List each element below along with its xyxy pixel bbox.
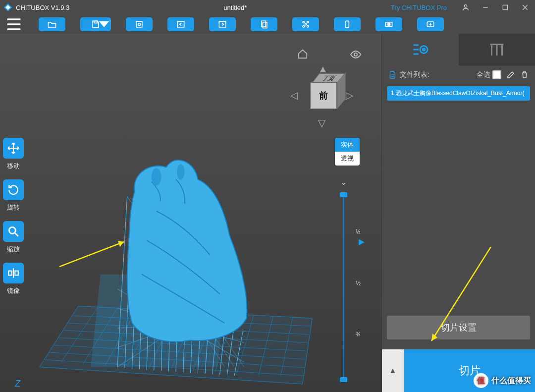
- copy-button[interactable]: [251, 17, 277, 31]
- svg-point-22: [305, 23, 306, 25]
- view-cube[interactable]: 丁页 前: [307, 79, 339, 111]
- supports-tab[interactable]: [459, 34, 535, 65]
- move-tool[interactable]: [3, 138, 24, 159]
- document-title: untitled*: [79, 4, 391, 11]
- svg-rect-10: [94, 21, 98, 23]
- main-toolbar: [0, 15, 535, 34]
- try-pro-link[interactable]: Try CHITUBOX Pro: [391, 4, 447, 11]
- svg-point-19: [307, 21, 309, 23]
- select-all-label: 全选: [477, 70, 490, 79]
- slider-collapse-icon[interactable]: ⌄: [336, 177, 351, 187]
- svg-rect-15: [219, 21, 225, 27]
- side-tabs: [382, 34, 535, 65]
- edit-list-icon[interactable]: [506, 70, 515, 79]
- visibility-icon[interactable]: [350, 49, 362, 62]
- slider-bottom-handle[interactable]: [340, 377, 347, 382]
- slider-tick-3: ¾: [356, 331, 361, 338]
- svg-point-13: [138, 23, 141, 26]
- watermark-badge: 值: [474, 373, 488, 388]
- slider-expand-icon[interactable]: ▶: [359, 237, 365, 246]
- slider-top-handle[interactable]: [340, 192, 347, 197]
- viewport-3d[interactable]: 移动 旋转 缩放 镜像 ▲ ▽ ◁ ▷ 丁页 前 实体 透视: [0, 34, 381, 392]
- svg-point-2: [464, 5, 467, 7]
- home-view-icon[interactable]: [297, 49, 308, 61]
- svg-point-21: [307, 26, 309, 27]
- svg-point-34: [354, 53, 357, 56]
- file-list-icon: [388, 70, 397, 79]
- file-item-1[interactable]: 1.恐龙武士胸像BlessedClawOfZiskal_Bust_Armor(: [387, 86, 530, 101]
- rotate-tool[interactable]: [3, 179, 24, 200]
- delete-icon[interactable]: [520, 70, 529, 79]
- rotate-label: 旋转: [7, 203, 20, 212]
- side-panel: 文件列表: 全选 1.恐龙武士胸像BlessedClawOfZiskal_Bus…: [381, 34, 535, 392]
- xray-mode-button[interactable]: 透视: [335, 152, 360, 166]
- orbit-right-icon[interactable]: ▷: [346, 89, 353, 101]
- mirror-label: 镜像: [7, 286, 20, 295]
- slice-settings-button[interactable]: 切片设置: [387, 316, 530, 339]
- slider-track[interactable]: [343, 192, 344, 377]
- mirror-tool[interactable]: [3, 263, 24, 283]
- svg-point-84: [423, 49, 426, 51]
- auto-layout-button[interactable]: [292, 17, 319, 31]
- watermark: 值 什么值得买: [474, 373, 531, 388]
- slice-more-button[interactable]: ▲: [382, 349, 404, 392]
- svg-point-77: [177, 164, 185, 179]
- account-icon[interactable]: [456, 0, 476, 15]
- transform-tools: 移动 旋转 缩放 镜像: [3, 138, 24, 301]
- scale-label: 缩放: [7, 245, 20, 254]
- slider-tick-2: ½: [356, 280, 361, 287]
- settings-tab[interactable]: [382, 34, 459, 65]
- maximize-button[interactable]: [495, 0, 515, 15]
- select-all-checkbox[interactable]: [492, 70, 501, 79]
- file-list-header: 文件列表: 全选: [382, 65, 535, 84]
- undo-button[interactable]: [167, 17, 194, 31]
- svg-rect-14: [177, 21, 184, 27]
- axis-z-label: Z: [15, 379, 20, 389]
- model-render: [30, 113, 322, 387]
- select-all-button[interactable]: 全选: [477, 70, 501, 79]
- save-file-button[interactable]: [80, 17, 111, 31]
- watermark-text: 什么值得买: [491, 376, 531, 386]
- svg-rect-4: [503, 5, 507, 9]
- app-logo-icon: [3, 2, 13, 12]
- svg-rect-33: [15, 271, 18, 276]
- app-name: CHITUBOX V1.9.3: [16, 4, 69, 11]
- title-bar: CHITUBOX V1.9.3 untitled* Try CHITUBOX P…: [0, 0, 535, 15]
- hamburger-menu-icon[interactable]: [4, 17, 24, 32]
- close-button[interactable]: [515, 0, 535, 15]
- layer-slider: ⌄ ¼ ½ ¾ ▶: [336, 177, 351, 382]
- svg-marker-11: [99, 21, 109, 27]
- cube-front-face[interactable]: 前: [310, 82, 337, 109]
- redo-button[interactable]: [209, 17, 236, 31]
- solid-mode-button[interactable]: 实体: [335, 138, 360, 152]
- main-area: 移动 旋转 缩放 镜像 ▲ ▽ ◁ ▷ 丁页 前 实体 透视: [0, 34, 535, 392]
- svg-line-30: [15, 233, 18, 236]
- file-list-label: 文件列表:: [400, 70, 429, 79]
- svg-point-76: [152, 168, 161, 185]
- svg-rect-23: [346, 21, 349, 27]
- add-tag-button[interactable]: [417, 17, 444, 31]
- move-label: 移动: [7, 162, 20, 170]
- hollow-button[interactable]: [334, 17, 361, 31]
- build-plate: [30, 113, 322, 387]
- dig-hole-button[interactable]: [375, 17, 402, 31]
- svg-point-20: [303, 26, 304, 27]
- scale-tool[interactable]: [3, 221, 24, 242]
- render-mode-toggle: 实体 透视: [335, 138, 360, 166]
- svg-rect-32: [8, 271, 12, 276]
- svg-point-18: [303, 21, 304, 23]
- open-file-button[interactable]: [39, 17, 65, 31]
- slider-tick-1: ¼: [356, 228, 361, 235]
- minimize-button[interactable]: [476, 0, 495, 15]
- svg-rect-12: [136, 21, 142, 27]
- svg-point-25: [388, 23, 390, 26]
- screenshot-button[interactable]: [126, 17, 153, 31]
- svg-point-29: [9, 227, 15, 233]
- orbit-left-icon[interactable]: ◁: [290, 89, 298, 101]
